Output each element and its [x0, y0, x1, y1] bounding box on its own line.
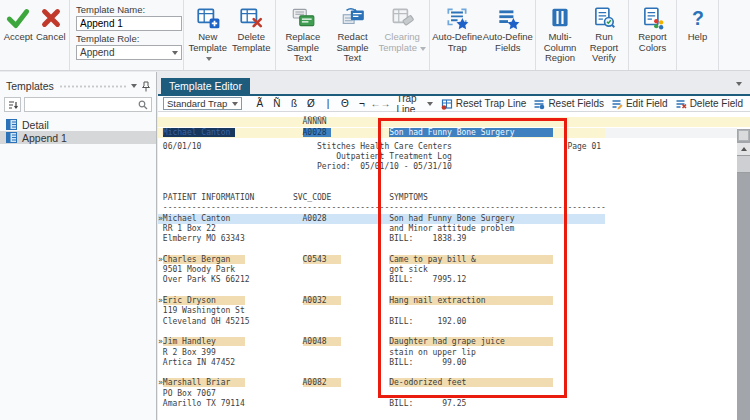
field-highlight[interactable]: A0048 — [303, 337, 342, 346]
auto-define-trap-button[interactable]: Auto-Define Trap — [432, 3, 483, 68]
document-line[interactable]: PATIENT INFORMATION SVC_CODE SYMPTOMS — [158, 193, 428, 203]
pin-icon[interactable] — [142, 81, 150, 92]
move-right-arrow-button[interactable]: → — [380, 98, 390, 109]
ribbon-group-template-info: Template Name: Template Role: Append — [70, 0, 184, 70]
field-highlight[interactable]: Michael Canton — [163, 128, 235, 137]
run-report-verify-button[interactable]: Run Report Verify — [582, 3, 626, 68]
document-line[interactable]: »Marshall Briar A0082 De-odorized feet — [158, 378, 553, 388]
trap-char-button[interactable]: Ã — [251, 98, 268, 109]
document-line[interactable]: »Charles Bergan C0543 Came to pay bill & — [158, 255, 553, 265]
document-line[interactable]: »Michael Canton A0028 Son had Funny Bone… — [158, 214, 605, 224]
redact-sample-text-button[interactable]: Redact Sample Text — [328, 3, 378, 68]
document-line[interactable]: Outpatient Treatment Log — [158, 152, 452, 162]
trap-type-select[interactable]: Standard Trap — [163, 97, 242, 110]
document-line[interactable]: Elmberry MO 63343 BILL: 1838.39 — [158, 234, 466, 244]
dropdown-caret-icon — [420, 47, 426, 51]
document-view[interactable]: ÃÑÑÑÑ Michael Canton A0028 Son had Funny… — [158, 112, 750, 420]
field-highlight[interactable]: Hang nail extraction — [389, 296, 553, 305]
field-highlight[interactable]: A0032 — [303, 296, 342, 305]
trap-char-button[interactable]: | — [319, 98, 336, 109]
templates-panel-header: Templates — [0, 78, 156, 94]
cancel-button[interactable]: Cancel — [35, 3, 68, 68]
tab-template-editor[interactable]: Template Editor — [161, 78, 250, 94]
scrollbar-top-button[interactable] — [738, 130, 749, 141]
delete-field-icon — [675, 98, 687, 110]
new-template-label: New Template — [188, 31, 227, 53]
field-highlight[interactable]: Son had Funny Bone Surgery — [389, 128, 553, 137]
delete-field-button[interactable]: Delete Field — [675, 98, 743, 110]
panel-collapse-chevron-icon[interactable] — [131, 84, 137, 88]
reset-fields-button[interactable]: Reset Fields — [533, 98, 604, 110]
document-line[interactable]: Period: 05/01/10 - 05/31/10 — [158, 162, 452, 172]
field-highlight[interactable]: C0543 — [303, 255, 342, 264]
trap-char-button[interactable]: Ñ — [268, 98, 285, 109]
field-highlight[interactable]: Charles Bergan — [163, 255, 245, 264]
document-line[interactable]: Artica IN 47452 BILL: 99.00 — [158, 358, 466, 368]
trap-char-button[interactable]: ¬ — [353, 98, 370, 109]
multi-column-region-icon — [547, 4, 573, 32]
reset-trap-line-button[interactable]: Reset Trap Line — [441, 98, 527, 110]
help-question-icon: ? — [685, 4, 711, 32]
field-highlight[interactable]: Daughter had grape juice — [389, 337, 553, 346]
templates-list: Detail Append 1 — [0, 118, 156, 144]
document-line[interactable]: 06/01/10 Stitches Health Care Centers Pa… — [158, 142, 601, 152]
field-highlight[interactable]: A0028 — [303, 128, 332, 137]
document-line[interactable]: Amarillo TX 79114 BILL: 97.25 — [158, 399, 466, 409]
document-line[interactable]: Michael Canton A0028 Son had Funny Bone … — [158, 128, 605, 138]
field-highlight[interactable]: Marshall Briar — [163, 378, 245, 387]
document-line[interactable]: PO Box 7067 — [158, 389, 216, 399]
trap-char-button[interactable]: Ø — [302, 98, 319, 109]
sidebar-item-append-1[interactable]: Append 1 — [0, 131, 156, 144]
reset-fields-icon — [533, 98, 545, 110]
templates-search-row — [0, 94, 156, 114]
new-template-button[interactable]: New Template — [186, 3, 230, 68]
collapse-chevron-icon[interactable] — [736, 82, 742, 86]
auto-define-fields-label: Auto-Define Fields — [483, 32, 534, 53]
field-highlight[interactable]: Came to pay bill & — [389, 255, 553, 264]
document-line[interactable]: R 2 Box 399 stain on upper lip — [158, 348, 476, 358]
ribbon-group-region-verify: Multi-Column Region Run Report Verify — [536, 0, 629, 70]
accept-check-icon — [5, 4, 31, 32]
scroll-up-button[interactable] — [737, 143, 750, 155]
multi-column-region-button[interactable]: Multi-Column Region — [538, 3, 582, 68]
document-line[interactable]: Over Park KS 66212 BILL: 7995.12 — [158, 275, 466, 285]
template-role-select[interactable]: Append — [76, 45, 182, 60]
document-line[interactable]: ----------------------------------------… — [158, 203, 606, 213]
template-name-input[interactable] — [76, 16, 182, 31]
delete-template-button[interactable]: Delete Template — [230, 3, 274, 68]
document-line[interactable]: 119 Washington St — [158, 306, 245, 316]
edit-field-button[interactable]: Edit Field — [611, 98, 668, 110]
document-line[interactable]: RR 1 Box 22 and Minor attitude problem — [158, 224, 514, 234]
reset-trap-line-label: Reset Trap Line — [456, 98, 527, 109]
chevron-down-icon — [232, 102, 238, 106]
field-highlight[interactable]: Jim Handley — [163, 337, 245, 346]
clearing-template-icon — [389, 4, 415, 32]
document-line[interactable]: Cleveland OH 45215 BILL: 192.00 — [158, 317, 466, 327]
panel-drag-handle[interactable] — [59, 84, 126, 89]
replace-sample-text-button[interactable]: Replace Sample Text — [278, 3, 328, 68]
document-line[interactable]: ÃÑÑÑÑ — [158, 117, 750, 127]
move-left-arrow-button[interactable]: ← — [370, 98, 380, 109]
field-highlight[interactable]: A0082 — [303, 378, 342, 387]
field-highlight[interactable]: Eric Dryson — [163, 296, 245, 305]
trap-type-value: Standard Trap — [167, 98, 227, 109]
auto-define-fields-button[interactable]: Auto-Define Fields — [483, 3, 534, 68]
ribbon-group-template: New Template Delete Template — [184, 0, 276, 70]
vertical-scrollbar[interactable] — [737, 129, 750, 420]
sidebar-item-detail[interactable]: Detail — [0, 118, 156, 131]
document-line[interactable]: »Jim Handley A0048 Daughter had grape ju… — [158, 337, 553, 347]
help-button[interactable]: ? Help — [679, 3, 716, 68]
trap-char-button[interactable]: Θ — [336, 98, 353, 109]
document-line[interactable]: 9501 Moody Park got sick — [158, 265, 428, 275]
editor-tabstrip: Template Editor — [158, 72, 750, 96]
document-line[interactable]: »Eric Dryson A0032 Hang nail extraction — [158, 296, 553, 306]
trap-char-button[interactable]: ß — [285, 98, 302, 109]
template-name-label: Template Name: — [76, 4, 177, 15]
accept-label: Accept — [4, 32, 33, 43]
accept-button[interactable]: Accept — [2, 3, 35, 68]
template-search-input[interactable] — [24, 97, 152, 112]
scrollbar-thumb[interactable] — [737, 155, 750, 173]
field-highlight[interactable]: De-odorized feet — [389, 378, 553, 387]
sort-button[interactable] — [4, 97, 21, 112]
report-colors-button[interactable]: Report Colors — [631, 3, 674, 68]
